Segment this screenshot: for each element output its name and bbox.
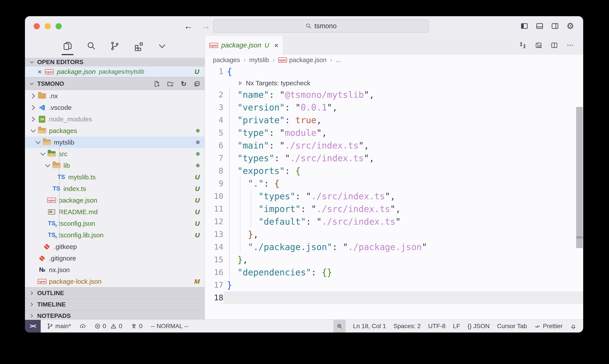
tree-item-package-lock-json[interactable]: npmpackage-lock.jsonM [25, 276, 205, 287]
tree-item--nx[interactable]: .nx [25, 90, 205, 102]
git-status-dot [196, 129, 200, 132]
forward-arrow-icon[interactable]: → [201, 21, 210, 31]
refresh-explorer-button[interactable]: ↻ [180, 80, 187, 88]
activity-more-views[interactable] [156, 39, 168, 55]
status-eol[interactable]: LF [453, 323, 460, 330]
new-file-button[interactable] [153, 80, 161, 88]
tree-item-label: packages [49, 127, 77, 134]
tree-item-label: lib [64, 162, 70, 169]
breadcrumb-item-packages[interactable]: packages [213, 56, 240, 64]
open-editor-item[interactable]: × npm package.json packages/mytslib U [25, 66, 205, 77]
tree-indent-guide [59, 146, 60, 239]
status-language[interactable]: {} JSON [467, 323, 490, 330]
breadcrumb-item-package-json[interactable]: npmpackage.json [278, 56, 327, 64]
chevron-down-icon [39, 150, 47, 158]
status-vim-mode[interactable]: -- NORMAL -- [151, 323, 188, 330]
open-editors-header[interactable]: OPEN EDITORS [25, 58, 205, 66]
npm-icon: npm [47, 198, 56, 203]
tree-item--gitkeep[interactable]: .gitkeep [25, 241, 205, 252]
more-actions-button[interactable] [566, 41, 574, 49]
indent-guide [240, 177, 240, 253]
activity-explorer[interactable] [62, 39, 74, 55]
minimize-window-button[interactable] [45, 23, 51, 29]
code-line-6: 6 "main": "./src/index.ts", [205, 139, 583, 152]
typescript-icon: TS [53, 185, 60, 192]
breadcrumb-item-mytslib[interactable]: mytslib [249, 56, 269, 64]
chevron-down-icon [34, 139, 42, 146]
code-editor[interactable]: 1{Nx Targets: typecheck2 "name": "@tsmon… [205, 65, 583, 319]
status-cursor-position[interactable]: Ln 18, Col 1 [353, 323, 386, 330]
line-number: 18 [205, 291, 223, 304]
breadcrumb-item--[interactable]: ... [336, 56, 341, 64]
status-branch[interactable]: main* [47, 323, 71, 330]
sync-icon [79, 323, 86, 329]
tree-item-mytslib-ts[interactable]: TSmytslib.tsU [25, 171, 205, 183]
line-number: 15 [205, 253, 223, 266]
line-number: 5 [205, 126, 223, 139]
line-number: 17 [205, 279, 223, 291]
collapse-folders-button[interactable] [193, 80, 201, 88]
codelens-nx-targets[interactable]: Nx Targets: typecheck [205, 78, 583, 88]
tree-item-label: index.ts [64, 185, 86, 193]
remote-indicator[interactable]: >< [25, 320, 41, 333]
new-folder-button[interactable] [167, 80, 174, 88]
tree-item-label: .gitignore [49, 255, 76, 262]
status-indentation[interactable]: Spaces: 2 [393, 323, 421, 330]
timeline-title: TIMELINE [37, 301, 66, 308]
close-window-button[interactable] [34, 23, 40, 29]
tree-item-readme-md[interactable]: M↓README.mdU [25, 206, 205, 218]
open-preview-button[interactable] [535, 41, 543, 49]
settings-button[interactable]: ⚙ [566, 22, 574, 30]
tree-item-src[interactable]: </>src [25, 148, 205, 160]
scrollbar-decoration [576, 236, 583, 238]
indentation-label: Spaces: 2 [393, 323, 421, 330]
line-content: }, [223, 253, 583, 266]
tree-item-package-json[interactable]: npmpackage.jsonU [25, 195, 205, 206]
status-problems[interactable]: 00 [94, 323, 122, 330]
tree-item-node-modules[interactable]: JSnode_modules [25, 113, 205, 125]
scrollbar[interactable] [576, 107, 583, 248]
status-sync[interactable] [79, 323, 86, 329]
tree-item--gitignore[interactable]: .gitignore [25, 252, 205, 264]
command-center-search[interactable]: tsmono [213, 19, 428, 33]
line-content: "version": "0.0.1", [223, 101, 583, 114]
tree-item-nx-json[interactable]: Nxnx.json [25, 264, 205, 276]
activity-source-control[interactable] [109, 39, 121, 55]
toggle-panel-button[interactable] [535, 22, 544, 30]
tsconfig-icon: TS⚙ [48, 232, 56, 238]
split-editor-button[interactable] [550, 41, 558, 49]
back-arrow-icon[interactable]: ← [184, 21, 193, 31]
tree-item--vscode[interactable]: .vscode [25, 102, 205, 113]
activity-bar [25, 36, 205, 58]
status-encoding[interactable]: UTF-8 [428, 323, 445, 330]
sidebar-section-outline[interactable]: OUTLINE [25, 287, 205, 299]
tree-item-tsconfig-lib-json[interactable]: TS⚙tsconfig.lib.jsonU [25, 229, 205, 241]
status-cursor-tab[interactable]: Cursor Tab [497, 323, 527, 330]
tree-item-packages[interactable]: packages [25, 125, 205, 136]
breadcrumb-separator: › [244, 57, 246, 63]
toggle-primary-sidebar-button[interactable] [520, 22, 529, 30]
sidebar-section-timeline[interactable]: TIMELINE [25, 299, 205, 310]
tab-package-json[interactable]: npm package.json U × [205, 36, 283, 55]
status-tunnel[interactable]: 0 [130, 323, 143, 330]
activity-extensions[interactable] [132, 39, 144, 55]
tree-item-mytslib[interactable]: mytslib [25, 136, 205, 148]
tree-item-tsconfig-json[interactable]: TS⚙tsconfig.jsonU [25, 218, 205, 229]
status-formatter[interactable]: Prettier [534, 323, 563, 330]
tree-item-index-ts[interactable]: TSindex.tsU [25, 183, 205, 195]
line-content: "exports": { [223, 165, 583, 177]
line-number: 6 [205, 139, 223, 152]
typescript-icon: TS [58, 174, 65, 181]
activity-search[interactable] [85, 39, 97, 55]
close-icon[interactable]: × [274, 41, 278, 50]
status-notifications[interactable] [570, 323, 577, 329]
maximize-window-button[interactable] [56, 23, 62, 29]
close-icon[interactable]: × [38, 68, 42, 76]
vscode-window: ← → tsmono ⚙ OPEN EDITORS × npm package.… [25, 16, 583, 333]
explorer-section-header[interactable]: TSMONO ↻ [25, 77, 205, 90]
toggle-secondary-sidebar-button[interactable] [551, 22, 559, 30]
status-zoom[interactable] [333, 320, 346, 333]
breadcrumb-separator: › [330, 57, 332, 63]
open-changes-button[interactable] [519, 41, 527, 49]
tree-item-lib[interactable]: lib [25, 160, 205, 171]
